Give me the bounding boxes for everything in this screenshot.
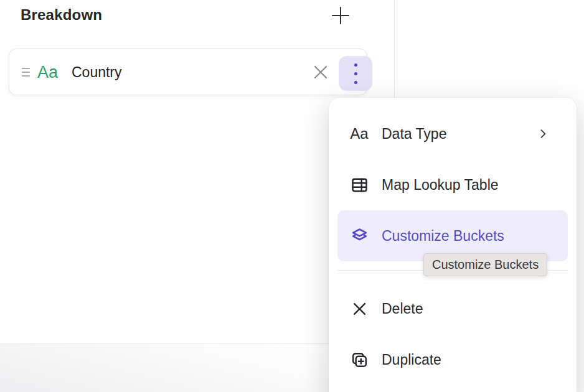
- tooltip: Customize Buckets: [423, 253, 547, 276]
- menu-item-label: Delete: [382, 301, 549, 317]
- menu-item-data-type[interactable]: Aa Data Type: [329, 108, 577, 159]
- menu-item-label: Duplicate: [382, 352, 549, 368]
- panel-title: Breakdown: [21, 6, 102, 24]
- table-icon: [349, 175, 370, 195]
- x-icon: [349, 301, 370, 317]
- breakdown-panel-header: Breakdown: [0, 0, 394, 37]
- kebab-menu-icon: [354, 63, 357, 84]
- breakdown-screen: Breakdown Aa Country: [0, 0, 584, 392]
- menu-item-label: Data Type: [382, 126, 537, 142]
- menu-item-label: Map Lookup Table: [382, 177, 549, 194]
- text-type-icon: Aa: [37, 63, 58, 80]
- chevron-right-icon: [537, 128, 549, 140]
- plus-icon: [331, 6, 350, 25]
- drag-handle-icon[interactable]: [22, 68, 30, 77]
- text-type-icon: Aa: [349, 126, 370, 141]
- close-icon: [313, 64, 329, 80]
- menu-item-map-lookup-table[interactable]: Map Lookup Table: [329, 159, 577, 210]
- menu-item-delete[interactable]: Delete: [329, 283, 577, 334]
- field-label: Country: [72, 63, 122, 80]
- copy-plus-icon: [349, 350, 370, 370]
- field-context-menu: Aa Data Type Map Lookup Table: [329, 98, 577, 392]
- add-breakdown-button[interactable]: [329, 4, 352, 27]
- remove-field-button[interactable]: [311, 63, 330, 82]
- breakdown-field-card[interactable]: Aa Country: [9, 49, 367, 95]
- menu-item-label: Customize Buckets: [382, 228, 549, 245]
- field-menu-button[interactable]: [339, 56, 372, 91]
- menu-item-duplicate[interactable]: Duplicate: [329, 334, 577, 385]
- stack-icon: [349, 226, 370, 246]
